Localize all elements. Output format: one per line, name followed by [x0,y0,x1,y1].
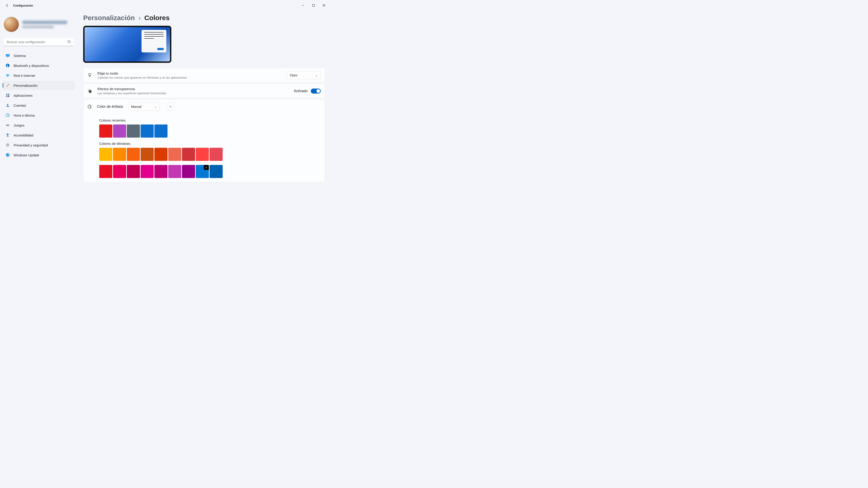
color-swatch[interactable] [168,148,181,161]
sidebar-item-apps[interactable]: Aplicaciones [3,91,74,100]
window-title: Configuración [13,4,33,7]
color-swatch[interactable] [99,148,112,161]
svg-point-12 [7,104,8,105]
sidebar-item-time[interactable]: Hora e idioma [3,111,74,120]
setting-choose-mode: Elige tu modo Cambiar los colores que ap… [83,68,325,83]
color-swatch[interactable] [141,125,154,138]
svg-rect-0 [313,4,315,6]
profile-block[interactable] [3,14,74,36]
accent-title: Color de énfasis [97,105,123,109]
sidebar-item-label: Aplicaciones [13,94,33,97]
chevron-down-icon: ⌄ [315,73,318,77]
color-swatch[interactable] [99,165,112,178]
transparency-state: Activado [294,89,308,93]
sidebar-item-label: Hora e idioma [13,113,35,117]
windows-colors-label: Colores de Windows [99,142,321,145]
svg-point-23 [89,105,90,106]
setting-transparency: Efectos de transparencia Las ventanas y … [83,84,325,98]
mode-title: Elige tu modo [97,71,282,75]
sidebar-item-label: Personalización [13,84,37,88]
sidebar-item-update[interactable]: Windows Update [3,151,74,160]
recent-colors-label: Colores recientes [99,119,321,122]
sidebar-item-privacy[interactable]: Privacidad y seguridad [3,140,74,150]
color-swatch[interactable] [113,148,126,161]
time-icon [5,113,10,118]
sidebar-item-system[interactable]: Sistema [3,51,74,60]
color-swatch[interactable] [127,165,140,178]
svg-point-22 [89,106,89,107]
color-swatch[interactable] [141,148,154,161]
sidebar-item-label: Red e Internet [13,74,35,77]
gaming-icon [5,123,10,127]
sidebar-item-personalize[interactable]: Personalización [3,81,74,90]
breadcrumb-parent[interactable]: Personalización [83,14,135,22]
sidebar-item-bluetooth[interactable]: Bluetooth y dispositivos [3,61,74,70]
sidebar-item-gaming[interactable]: Juegos [3,121,74,130]
color-swatch[interactable] [154,165,167,178]
back-button[interactable] [4,2,10,8]
svg-rect-11 [8,96,9,97]
accent-dropdown[interactable]: Manual ⌄ [128,103,160,111]
sidebar-item-label: Juegos [13,123,24,127]
svg-rect-9 [8,94,9,95]
sidebar-item-accounts[interactable]: Cuentas [3,101,74,110]
privacy-icon [5,143,10,147]
search-input[interactable] [4,38,74,46]
sidebar-item-label: Sistema [13,54,26,58]
color-swatch[interactable] [113,165,126,178]
sidebar-item-label: Bluetooth y dispositivos [13,64,49,68]
profile-email [22,26,54,28]
color-swatch[interactable] [168,165,181,178]
svg-point-15 [7,125,7,126]
check-icon: ✓ [204,165,209,170]
chevron-down-icon: ⌄ [154,105,157,108]
color-swatch[interactable] [196,148,209,161]
breadcrumb-current: Colores [144,14,169,22]
transparency-icon [88,89,92,93]
minimize-button[interactable] [298,2,308,9]
color-swatch[interactable] [99,125,112,138]
sidebar-item-label: Privacidad y seguridad [13,143,48,147]
avatar [4,17,19,32]
sidebar-item-wifi[interactable]: Red e Internet [3,71,74,80]
search-icon [67,40,71,43]
color-swatch[interactable] [210,165,223,178]
transparency-toggle[interactable] [311,89,321,94]
color-swatch[interactable] [154,125,167,138]
color-swatch[interactable] [154,148,167,161]
close-button[interactable] [319,2,329,9]
svg-point-17 [7,133,8,134]
brush-icon [88,73,92,77]
color-swatch[interactable] [127,148,140,161]
chevron-right-icon: › [138,14,141,22]
mode-dropdown[interactable]: Claro ⌄ [287,71,321,79]
color-swatch[interactable] [113,125,126,138]
accounts-icon [5,103,10,107]
sidebar-item-label: Accesibilidad [13,133,33,137]
bluetooth-icon [5,63,10,68]
theme-preview [83,26,171,63]
wifi-icon [5,73,10,78]
sidebar-item-label: Cuentas [13,103,26,107]
color-swatch[interactable] [182,165,195,178]
svg-rect-10 [6,96,7,97]
svg-rect-21 [89,90,91,93]
maximize-button[interactable] [308,2,319,9]
personalize-icon [5,83,10,88]
collapse-button[interactable] [166,103,174,110]
svg-point-1 [68,40,70,43]
color-swatch[interactable] [182,148,195,161]
palette-icon [88,104,92,109]
svg-rect-7 [8,84,9,85]
sidebar-item-accessibility[interactable]: Accesibilidad [3,131,74,140]
color-swatch[interactable] [127,125,140,138]
transparency-subtitle: Las ventanas y las superficies aparecen … [97,92,289,95]
color-swatch[interactable] [210,148,223,161]
system-icon [5,53,10,58]
svg-rect-14 [6,125,9,126]
color-swatch[interactable]: ✓ [196,165,209,178]
svg-point-6 [7,76,8,77]
color-swatch[interactable] [141,165,154,178]
transparency-title: Efectos de transparencia [97,87,289,91]
svg-rect-8 [6,94,7,95]
